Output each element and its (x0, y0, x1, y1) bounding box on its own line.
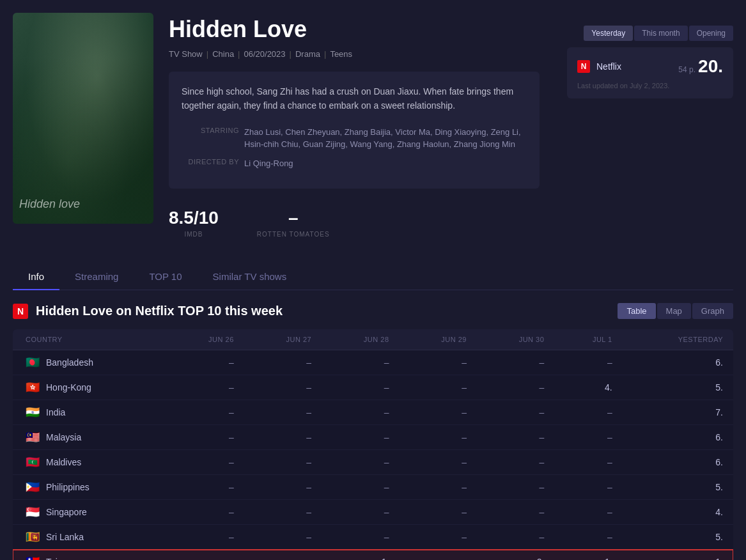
table-row[interactable]: 🇧🇩Bangladesh––––––6. (13, 350, 733, 375)
show-genre1: Drama (295, 49, 320, 59)
country-flag: 🇲🇾 (26, 432, 40, 443)
yesterday-rank: 5. (623, 375, 733, 400)
tab-streaming[interactable]: Streaming (59, 263, 134, 290)
date-rank: – (322, 450, 399, 475)
last-updated: Last updated on July 2, 2023. (577, 82, 723, 89)
country-name: Malaysia (46, 432, 81, 442)
sep4: | (324, 49, 326, 59)
date-rank: – (554, 350, 622, 375)
tab-opening[interactable]: Opening (689, 26, 733, 41)
country-flag: 🇭🇰 (26, 382, 40, 393)
country-cell: 🇮🇳India (13, 400, 166, 425)
tab-top10[interactable]: TOP 10 (134, 263, 197, 290)
date-rank: – (322, 425, 399, 450)
col-jun26: JUN 26 (166, 329, 244, 350)
date-rank: – (166, 525, 244, 550)
date-rank: – (322, 500, 399, 525)
col-yesterday: YESTERDAY (623, 329, 733, 350)
yesterday-rank: 6. (623, 350, 733, 375)
date-rank: – (400, 525, 477, 550)
rank-info: 54 p. 20. (678, 56, 723, 77)
poster-title-overlay: Hidden love (19, 198, 80, 211)
country-name: Taiwan (46, 557, 74, 560)
date-rank: – (166, 550, 244, 560)
show-country: China (212, 49, 234, 59)
date-rank: – (477, 525, 554, 550)
tab-info[interactable]: Info (13, 263, 59, 290)
description-box: Since high school, Sang Zhi has had a cr… (169, 72, 540, 189)
table-row[interactable]: 🇭🇰Hong-Kong–––––4.5. (13, 375, 733, 400)
tabs-bar: Info Streaming TOP 10 Similar TV shows (13, 263, 733, 290)
show-date: 06/20/2023 (244, 49, 286, 59)
sep1: | (206, 49, 208, 59)
country-flag: 🇮🇳 (26, 407, 40, 418)
table-row[interactable]: 🇵🇭Philippines––––––5. (13, 475, 733, 500)
date-rank: – (166, 400, 244, 425)
date-rank: – (244, 400, 322, 425)
date-rank: – (400, 400, 477, 425)
country-name: Bangladesh (46, 357, 93, 368)
date-rank: – (166, 500, 244, 525)
view-tab-table[interactable]: Table (618, 303, 655, 319)
table-row[interactable]: 🇸🇬Singapore––––––4. (13, 500, 733, 525)
table-body: 🇧🇩Bangladesh––––––6.🇭🇰Hong-Kong–––––4.5.… (13, 350, 733, 560)
view-tab-graph[interactable]: Graph (692, 303, 733, 319)
date-rank: – (400, 550, 477, 560)
starring-label: STARRING (182, 126, 239, 151)
table-row[interactable]: 🇲🇻Maldives––––––6. (13, 450, 733, 475)
table-header: COUNTRY JUN 26 JUN 27 JUN 28 JUN 29 JUN … (13, 329, 733, 350)
date-rank: – (400, 500, 477, 525)
view-tab-map[interactable]: Map (657, 303, 691, 319)
date-rank: – (400, 375, 477, 400)
date-rank: – (322, 525, 399, 550)
streaming-tab-bar: Yesterday This month Opening (567, 26, 733, 41)
date-rank: 1. (554, 550, 622, 560)
country-name: Hong-Kong (46, 382, 91, 393)
streaming-panel: Yesterday This month Opening N Netflix 5… (567, 26, 733, 98)
date-rank: – (244, 500, 322, 525)
yesterday-rank: 1. (623, 550, 733, 560)
date-rank: – (166, 475, 244, 500)
imdb-label: IMDB (169, 231, 219, 238)
table-row[interactable]: 🇱🇰Sri Lanka––––––5. (13, 525, 733, 550)
director-row: DIRECTED BY Li Qing-Rong (182, 157, 527, 170)
date-rank: – (554, 500, 622, 525)
country-flag: 🇵🇭 (26, 481, 40, 493)
country-flag: 🇱🇰 (26, 531, 40, 543)
date-rank: – (554, 400, 622, 425)
country-cell: 🇵🇭Philippines (13, 475, 166, 500)
highlighted-row[interactable]: 🇹🇼Taiwan––1.–2.1.1. (13, 550, 733, 560)
date-rank: – (477, 350, 554, 375)
date-rank: – (244, 425, 322, 450)
country-cell: 🇹🇼Taiwan (13, 550, 166, 560)
table-row[interactable]: 🇮🇳India––––––7. (13, 400, 733, 425)
table-row[interactable]: 🇲🇾Malaysia––––––6. (13, 425, 733, 450)
date-rank: – (244, 475, 322, 500)
sep3: | (290, 49, 291, 59)
date-rank: – (322, 400, 399, 425)
date-rank: – (244, 375, 322, 400)
country-name: Philippines (46, 482, 89, 492)
col-jul1: JUL 1 (554, 329, 622, 350)
tab-similar[interactable]: Similar TV shows (198, 263, 302, 290)
date-rank: – (244, 550, 322, 560)
directed-label: DIRECTED BY (182, 157, 239, 170)
date-rank: – (554, 425, 622, 450)
show-type: TV Show (169, 49, 203, 59)
top10-title: Hidden Love on Netflix TOP 10 this week (36, 304, 283, 318)
date-rank: – (477, 375, 554, 400)
rankings-table: COUNTRY JUN 26 JUN 27 JUN 28 JUN 29 JUN … (13, 329, 733, 560)
top10-header: N Hidden Love on Netflix TOP 10 this wee… (13, 303, 733, 319)
date-rank: – (554, 525, 622, 550)
country-flag: 🇸🇬 (26, 506, 40, 518)
yesterday-rank: 7. (623, 400, 733, 425)
streaming-card: N Netflix 54 p. 20. Last updated on July… (567, 47, 733, 98)
rank-number: 20. (698, 56, 723, 77)
date-rank: – (244, 450, 322, 475)
date-rank: – (554, 450, 622, 475)
date-rank: – (400, 450, 477, 475)
tab-this-month[interactable]: This month (634, 26, 687, 41)
netflix-icon: N (577, 60, 590, 73)
tab-yesterday[interactable]: Yesterday (584, 26, 633, 41)
date-rank: – (322, 350, 399, 375)
